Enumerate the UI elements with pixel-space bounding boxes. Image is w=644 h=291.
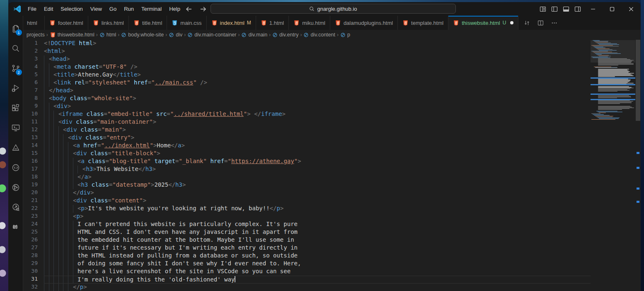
line-number-25[interactable]: 25 <box>23 228 44 236</box>
code-line-19[interactable]: <h3 class="datestamp">2025</h3> <box>44 181 591 189</box>
editor-gutter[interactable]: 1234567891011121314151617181920212223242… <box>23 40 44 291</box>
remote-explorer-icon[interactable] <box>8 118 23 138</box>
scrollbar-thumb[interactable] <box>636 40 640 121</box>
line-number-8[interactable]: 8 <box>23 95 44 103</box>
line-number-10[interactable]: 10 <box>23 111 44 118</box>
code-line-6[interactable]: <link rel="stylesheet" href="../main.css… <box>44 79 591 87</box>
scrollbar[interactable] <box>635 40 641 291</box>
tab-miku.html[interactable]: miku.html <box>289 16 330 30</box>
code-line-16[interactable]: <a class="blog-title" target="_blank" hr… <box>44 158 591 166</box>
code-line-17[interactable]: <h3>This Website</h3> <box>44 166 591 173</box>
breadcrumb-item-div.content[interactable]: div.content <box>303 32 335 38</box>
menu-selection[interactable]: Selection <box>57 4 86 14</box>
tab-footer.html[interactable]: footer.html <box>45 16 88 30</box>
customize-layout-icon[interactable] <box>537 2 549 16</box>
code-lines[interactable]: <!DOCTYPE html><html><head><meta charset… <box>44 40 591 291</box>
breadcrumb-item-div[interactable]: div <box>169 32 182 38</box>
line-number-22[interactable]: 22 <box>23 205 44 213</box>
toggle-panel-icon[interactable] <box>560 2 572 16</box>
code-line-13[interactable]: <div class="entry"> <box>44 134 591 142</box>
tab-links.html[interactable]: links.html <box>88 16 129 30</box>
code-line-29[interactable]: of doing some fancy shit I don't see why… <box>44 260 591 268</box>
minimap-slider[interactable] <box>591 40 635 63</box>
line-number-11[interactable]: 11 <box>23 118 44 126</box>
code-line-22[interactable]: <p>It's the website you're looking at ri… <box>44 205 591 213</box>
code-line-23[interactable]: <p> <box>44 213 591 221</box>
godot-tools-icon[interactable] <box>8 217 23 237</box>
line-number-5[interactable]: 5 <box>23 71 44 79</box>
code-line-20[interactable]: </div> <box>44 189 591 197</box>
line-number-29[interactable]: 29 <box>23 260 44 268</box>
breadcrumb-item-p[interactable]: p <box>340 32 350 38</box>
code-line-2[interactable]: <html> <box>44 48 591 55</box>
menu-help[interactable]: Help <box>165 4 184 14</box>
tab-1.html[interactable]: 1.html <box>256 16 289 30</box>
line-number-19[interactable]: 19 <box>23 181 44 189</box>
breadcrumb-item-div.main[interactable]: div.main <box>241 32 267 38</box>
tab-thiswebsite.html[interactable]: thiswebsite.htmlU <box>448 16 518 30</box>
toggle-primary-sidebar-icon[interactable] <box>549 2 560 16</box>
code-line-11[interactable]: <div class="main-container"> <box>44 118 591 126</box>
line-number-20[interactable]: 20 <box>23 189 44 197</box>
line-number-24[interactable]: 24 <box>23 221 44 228</box>
github-icon[interactable] <box>8 158 23 178</box>
code-line-15[interactable]: <div class="title-block"> <box>44 150 591 158</box>
line-number-26[interactable]: 26 <box>23 236 44 244</box>
menu-go[interactable]: Go <box>106 4 120 14</box>
breadcrumb-item-body.whole-site[interactable]: body.whole-site <box>121 32 164 38</box>
maximize-button[interactable] <box>603 2 622 16</box>
line-number-13[interactable]: 13 <box>23 134 44 142</box>
tab-dalamudplugins.html[interactable]: dalamudplugins.html <box>330 16 398 30</box>
menu-run[interactable]: Run <box>120 4 138 14</box>
code-line-25[interactable]: HTML and CSS. I don't even have any java… <box>44 228 591 236</box>
extensions-icon[interactable] <box>8 98 23 118</box>
code-line-27[interactable]: future if it's necessary but I'm writing… <box>44 244 591 252</box>
line-number-21[interactable]: 21 <box>23 197 44 205</box>
code-line-18[interactable]: </a> <box>44 173 591 181</box>
tab-main.css[interactable]: main.css <box>167 16 206 30</box>
code-line-5[interactable]: <title>Athene.Gay</title> <box>44 71 591 79</box>
breadcrumb-item-div.entry[interactable]: div.entry <box>272 32 298 38</box>
split-editor-icon[interactable] <box>537 19 544 26</box>
code-line-28[interactable]: the HTML instead of pulling from a datab… <box>44 252 591 260</box>
line-number-30[interactable]: 30 <box>23 268 44 276</box>
explorer-icon[interactable]: 1 <box>8 19 23 38</box>
code-editor[interactable]: 1234567891011121314151617181920212223242… <box>23 40 641 291</box>
line-number-16[interactable]: 16 <box>23 158 44 166</box>
tab-title.html[interactable]: title.html <box>129 16 167 30</box>
run-and-debug-icon[interactable] <box>8 78 23 98</box>
menu-view[interactable]: View <box>87 4 106 14</box>
menu-file[interactable]: File <box>24 4 40 14</box>
line-number-18[interactable]: 18 <box>23 173 44 181</box>
menu-terminal[interactable]: Terminal <box>138 4 165 14</box>
breadcrumb-item-div.main-container[interactable]: div.main-container <box>187 32 236 38</box>
code-line-24[interactable]: I can't pretend this website is particul… <box>44 221 591 228</box>
code-line-9[interactable]: <div> <box>44 103 591 111</box>
tab-html[interactable]: html <box>23 16 45 30</box>
breadcrumb-item-html[interactable]: html <box>99 32 116 38</box>
code-line-8[interactable]: <body class="whole-site"> <box>44 95 591 103</box>
code-line-30[interactable]: here's a live screenshot of the site in … <box>44 268 591 276</box>
code-line-4[interactable]: <meta charset="UTF-8" /> <box>44 63 591 71</box>
breadcrumb-item-projects[interactable]: projects <box>27 32 45 38</box>
line-number-1[interactable]: 1 <box>23 40 44 48</box>
code-line-31[interactable]: I'm really doing this the 'old-fashioned… <box>44 276 591 284</box>
toggle-secondary-sidebar-icon[interactable] <box>572 2 583 16</box>
git-graph-icon[interactable] <box>8 178 23 197</box>
line-number-28[interactable]: 28 <box>23 252 44 260</box>
minimap[interactable] <box>591 40 635 160</box>
line-number-23[interactable]: 23 <box>23 213 44 221</box>
tab-template.html[interactable]: template.html <box>398 16 448 30</box>
code-line-21[interactable]: <div class="content"> <box>44 197 591 205</box>
more-actions-icon[interactable] <box>551 19 558 26</box>
code-line-1[interactable]: <!DOCTYPE html> <box>44 40 591 48</box>
forward-arrow-icon[interactable] <box>200 6 206 12</box>
line-number-15[interactable]: 15 <box>23 150 44 158</box>
line-number-9[interactable]: 9 <box>23 103 44 111</box>
line-number-12[interactable]: 12 <box>23 126 44 134</box>
code-line-7[interactable]: </head> <box>44 87 591 95</box>
code-line-26[interactable]: the embedded hit counter at the bottom. … <box>44 236 591 244</box>
back-arrow-icon[interactable] <box>186 6 192 12</box>
code-line-12[interactable]: <div class="main"> <box>44 126 591 134</box>
code-line-10[interactable]: <iframe class="embed-title" src="../shar… <box>44 111 591 118</box>
